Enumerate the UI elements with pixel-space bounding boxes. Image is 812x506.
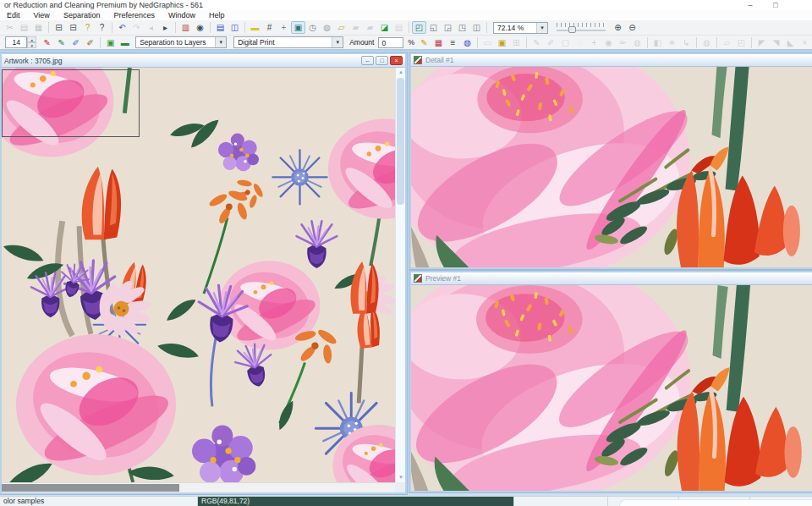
menu-item-window[interactable]: Window	[162, 10, 202, 20]
open-design-button[interactable]: ▱	[334, 21, 348, 34]
scroll-up-icon[interactable]: ▲	[396, 68, 406, 77]
separator	[526, 37, 527, 48]
pen-size-value[interactable]: 14	[5, 36, 27, 48]
marquee-stack-button: ⊞	[509, 36, 524, 49]
zoom-slider[interactable]	[557, 23, 606, 33]
detail-canvas[interactable]	[411, 67, 812, 267]
zoom-combo[interactable]: 72.14 % ▾	[493, 22, 548, 34]
artwork-vertical-scrollbar[interactable]: ▲ ▼	[395, 68, 405, 482]
artwork-horizontal-scrollbar[interactable]	[2, 482, 395, 492]
context-help-button[interactable]: ?	[95, 21, 109, 34]
artwork-titlebar[interactable]: Artwork : 3705.jpg – □ ×	[2, 54, 405, 68]
pen-select-button[interactable]: ✐	[69, 36, 83, 49]
artwork-close-button[interactable]: ×	[390, 56, 403, 65]
pen-draw-button[interactable]: ✎	[40, 36, 54, 49]
separator	[716, 37, 717, 48]
menu-item-preferences[interactable]: Preferences	[107, 10, 162, 20]
monitor-view-button[interactable]: ▣	[291, 21, 305, 34]
detail-title: Detail #1	[425, 56, 454, 64]
preview-image	[411, 285, 812, 491]
picker-button: ◉	[601, 36, 616, 49]
layout-grid-button[interactable]: ◫	[469, 21, 484, 34]
toolbar-main: ✂▤▦⊟⊟??↶↷◂▸▥◉▤◫▬#+▣◷◍▱▰▰◪▤◰◱◲◳◫ 72.14 % …	[0, 20, 812, 36]
preview-window: Preview #1	[409, 271, 812, 492]
help-button[interactable]: ?	[80, 21, 95, 34]
chevron-down-icon[interactable]: ▾	[536, 23, 547, 33]
smooth-button[interactable]: ◍	[320, 21, 334, 34]
transform-button[interactable]: +	[277, 21, 291, 34]
zoom-in-button[interactable]: ⊕	[611, 21, 625, 34]
show-hide-button[interactable]: ◉	[193, 21, 207, 34]
import-button: ▰	[363, 21, 377, 34]
spinner-down-icon[interactable]: ▾	[27, 42, 36, 48]
layout-four-button[interactable]: ◳	[455, 21, 469, 34]
menu-item-help[interactable]: Help	[202, 10, 232, 20]
lock-button[interactable]: ▣	[103, 36, 118, 49]
separator	[112, 22, 112, 33]
menu-item-view[interactable]: View	[27, 10, 57, 20]
split-vertical-button[interactable]: ◫	[228, 21, 242, 34]
pen-size-spinner[interactable]: 14 ▴ ▾	[5, 36, 36, 48]
undo-button[interactable]: ↶	[115, 21, 129, 34]
new-view-button[interactable]: ▥	[178, 21, 193, 34]
palette-card-button[interactable]: ▬	[118, 36, 132, 49]
stamp-button: ◰	[734, 36, 749, 49]
print-button[interactable]: ⊟	[52, 21, 66, 34]
layout-three-button[interactable]: ◲	[441, 21, 455, 34]
separator	[647, 37, 648, 48]
horizontal-scroll-thumb[interactable]	[2, 484, 179, 492]
menu-item-separation[interactable]: Separation	[57, 10, 107, 20]
separator	[100, 37, 101, 48]
artwork-maximize-button[interactable]: □	[376, 56, 388, 65]
reduce-colors-button[interactable]: ▦	[431, 36, 446, 49]
separator	[696, 37, 697, 48]
zoom-out-button[interactable]: ⊖	[625, 21, 639, 34]
layout-single-button[interactable]: ◰	[412, 21, 426, 34]
menu-bar: EditViewSeparationPreferencesWindowHelp	[0, 10, 812, 20]
window-title: or Reduction and Cleaning Premium by Ned…	[0, 1, 203, 9]
vertical-scroll-thumb[interactable]	[397, 78, 404, 205]
cursor-nw-button: ◤	[754, 36, 769, 49]
marquee-add-button[interactable]: ▣	[495, 36, 509, 49]
output-mode-value: Digital Print	[234, 38, 332, 47]
scroll-down-icon[interactable]: ▼	[396, 473, 406, 482]
output-mode-select[interactable]: Digital Print ▾	[233, 36, 343, 48]
navigator-rectangle[interactable]	[2, 69, 140, 137]
amount-input[interactable]: 0	[378, 37, 403, 48]
chevron-down-icon[interactable]: ▾	[215, 37, 226, 47]
previous-view-button: ◂	[144, 21, 158, 34]
minimize-button[interactable]: –	[738, 0, 763, 10]
history-clock-button[interactable]: ◷	[305, 21, 320, 34]
spinner-up-icon[interactable]: ▴	[27, 36, 36, 42]
separator	[477, 37, 478, 48]
next-view-button[interactable]: ▸	[158, 21, 173, 34]
print-setup-button[interactable]: ⊟	[66, 21, 80, 34]
pencil-button: ✐	[544, 36, 558, 49]
close-button[interactable]: ×	[807, 0, 812, 10]
pen-line-button[interactable]: ✎	[54, 36, 69, 49]
color-modes-button[interactable]: ◪	[377, 21, 392, 34]
maximize-button[interactable]: □	[763, 0, 788, 10]
pattern-button: ✳	[665, 36, 679, 49]
artwork-canvas[interactable]	[2, 68, 395, 482]
new-page-button[interactable]: ▬	[248, 21, 262, 34]
preview-canvas[interactable]	[411, 285, 812, 491]
detail-titlebar[interactable]: Detail #1	[411, 54, 812, 67]
edit-colors-button[interactable]: ✎	[417, 36, 431, 49]
color-list-button[interactable]: ≡	[446, 36, 460, 49]
zoom-slider-thumb[interactable]	[568, 26, 576, 33]
cut-button: ✂	[3, 21, 17, 34]
chevron-down-icon[interactable]: ▾	[332, 37, 343, 47]
pen-fill-button[interactable]: ✐	[83, 36, 97, 49]
menu-item-edit[interactable]: Edit	[0, 10, 27, 20]
info-button[interactable]: ◍	[460, 36, 475, 49]
zoom-value: 72.14 %	[494, 24, 536, 32]
separation-mode-select[interactable]: Separation to Layers ▾	[135, 36, 227, 48]
preview-titlebar[interactable]: Preview #1	[411, 272, 812, 285]
layout-two-button[interactable]: ◱	[426, 21, 441, 34]
grid-button[interactable]: #	[262, 21, 277, 34]
artwork-minimize-button[interactable]: –	[361, 56, 374, 65]
zoom-slider-rail	[557, 30, 606, 31]
split-horizontal-button[interactable]: ▤	[213, 21, 228, 34]
artwork-window: Artwork : 3705.jpg – □ ×	[0, 52, 407, 494]
